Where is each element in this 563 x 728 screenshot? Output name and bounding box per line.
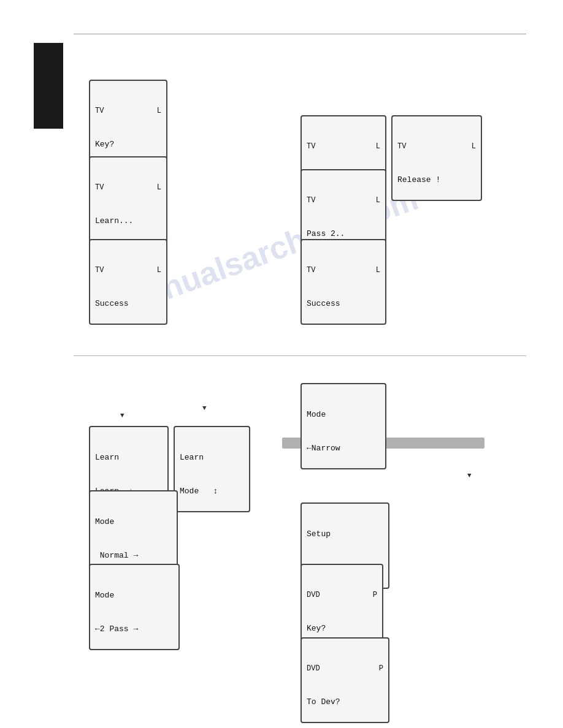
learn-mode-label2: Mode ↕ (180, 486, 244, 497)
tv-learn-left-label1-right: L (157, 183, 161, 193)
dvd-todev-label1-right: P (379, 664, 383, 674)
tv-learn-right-label1: TV (307, 142, 315, 152)
learn-learn-label1: Learn (95, 452, 163, 463)
tv-pass2-label1-right: L (376, 195, 380, 206)
mid-divider (74, 355, 526, 356)
setup-punthrough-label1: Setup (307, 529, 383, 540)
dvd-key-label2: Key? (307, 623, 377, 634)
tv-release-label1-right: L (472, 142, 476, 152)
tv-success-left-label2: Success (95, 298, 161, 309)
lcd-mode-2pass: Mode ←2 Pass → (89, 564, 180, 650)
learn-mode-label1: Learn (180, 452, 244, 463)
tv-pass2-label2: Pass 2.. (307, 229, 380, 240)
lcd-learn-mode: Learn Mode ↕ (174, 426, 250, 512)
lcd-tv-release: TV L Release ! (391, 115, 482, 201)
tv-success-left-label1-right: L (157, 265, 161, 276)
mode-normal-label2: Normal → (95, 550, 172, 561)
top-divider (74, 34, 526, 34)
tv-success-right-label1-right: L (376, 265, 380, 276)
tv-success-right-label2: Success (307, 298, 380, 309)
sidebar-block (34, 43, 63, 129)
tv-key-label2: Key? (95, 139, 161, 150)
lcd-dvd-todev: DVD P To Dev? (301, 637, 389, 723)
mode-normal-label1: Mode (95, 517, 172, 528)
lcd-dvd-key: DVD P Key? (301, 564, 383, 650)
lcd-mode-narrow: Mode ←Narrow (301, 383, 386, 469)
tv-key-label1: TV (95, 106, 104, 116)
arrow-1: ▼ (120, 412, 124, 419)
tv-success-left-label1: TV (95, 265, 104, 276)
arrow-3: ▼ (467, 472, 472, 479)
lcd-tv-success-right: TV L Success (301, 239, 386, 325)
dvd-todev-label1: DVD (307, 664, 320, 674)
lcd-tv-success-left: TV L Success (89, 239, 167, 325)
tv-pass2-label1: TV (307, 195, 315, 206)
tv-release-label2: Release ! (397, 175, 476, 186)
tv-key-label1-right: L (157, 106, 161, 116)
lcd-tv-learn-left: TV L Learn... (89, 156, 167, 242)
arrow-2: ▼ (202, 404, 207, 412)
dvd-todev-label2: To Dev? (307, 697, 383, 708)
tv-release-label1: TV (397, 142, 406, 152)
mode-2pass-label2: ←2 Pass → (95, 624, 174, 635)
dvd-key-label1-right: P (373, 590, 377, 601)
lcd-tv-key: TV L Key? (89, 80, 167, 165)
tv-success-right-label1: TV (307, 265, 315, 276)
tv-learn-left-label1: TV (95, 183, 104, 193)
tv-learn-left-label2: Learn... (95, 216, 161, 227)
mode-narrow-label2: ←Narrow (307, 443, 380, 454)
tv-learn-right-label1-right: L (376, 142, 380, 152)
mode-narrow-label1: Mode (307, 409, 380, 420)
mode-2pass-label1: Mode (95, 590, 174, 601)
dvd-key-label1: DVD (307, 590, 320, 601)
